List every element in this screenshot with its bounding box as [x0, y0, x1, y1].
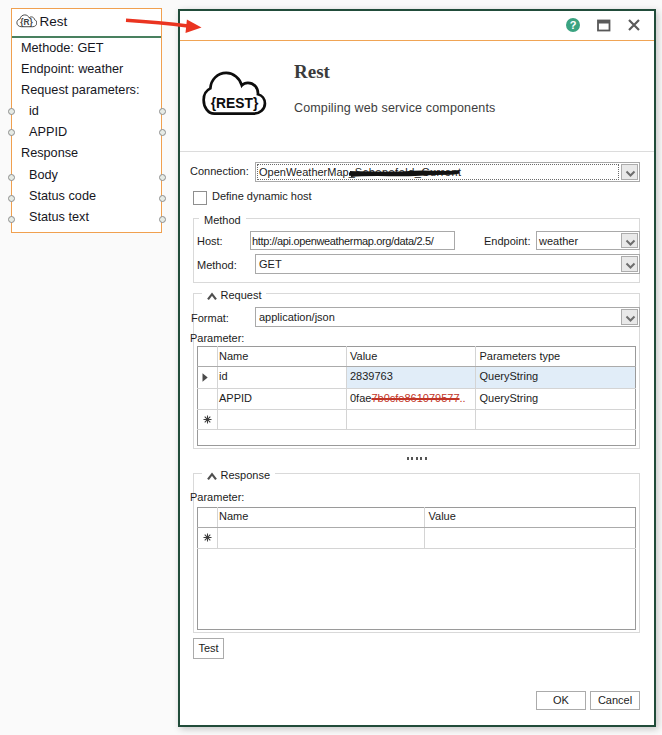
svg-text:{REST}: {REST}	[210, 95, 258, 111]
svg-text:{R}: {R}	[20, 17, 33, 27]
